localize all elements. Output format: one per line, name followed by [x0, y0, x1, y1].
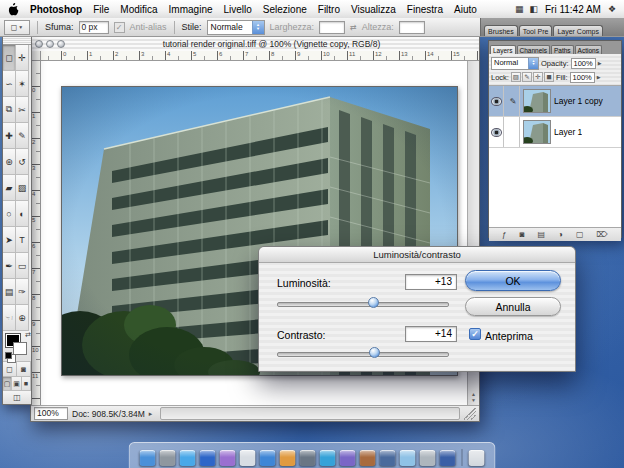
zoom-tool[interactable]: ⊕ — [16, 305, 29, 331]
dialog-title[interactable]: Luminosità/contrasto — [259, 247, 575, 263]
dock-app-9[interactable] — [300, 450, 316, 466]
caret-icon[interactable]: ▶ — [597, 74, 601, 80]
crop-tool[interactable]: ⧉ — [3, 97, 16, 123]
contrast-input[interactable]: +14 — [405, 326, 457, 342]
opacity-field[interactable]: 100% — [571, 58, 596, 69]
adjustment-layer-icon[interactable]: ◑ — [558, 230, 563, 239]
dock-app-5[interactable] — [220, 450, 236, 466]
layer-row[interactable]: ✎Layer 1 copy — [489, 86, 621, 117]
menu-filtro[interactable]: Filtro — [318, 4, 340, 15]
tab-actions[interactable]: Actions — [575, 45, 602, 54]
menu-extra-right-icon[interactable]: ❖ — [608, 4, 616, 14]
menu-extra-icon-1[interactable]: ▦ — [515, 4, 524, 14]
menu-modifica[interactable]: Modifica — [120, 4, 157, 15]
notes-tool[interactable]: ▤ — [3, 279, 16, 305]
eyedropper-tool[interactable]: ✑ — [16, 279, 29, 305]
rectangular-marquee-tool[interactable]: ◻ — [3, 45, 16, 71]
fullscreen-menubar-button[interactable]: ▣ — [12, 377, 21, 390]
dock-app-4[interactable] — [200, 450, 216, 466]
imageready-button[interactable]: ◫ — [3, 391, 31, 404]
dock-app-7[interactable] — [260, 450, 276, 466]
magic-wand-tool[interactable]: ✶ — [16, 71, 29, 97]
eraser-tool[interactable]: ▰ — [3, 175, 16, 201]
well-tab-brushes[interactable]: Brushes — [484, 25, 518, 36]
tab-channels[interactable]: Channels — [517, 45, 550, 54]
menu-clock[interactable]: Fri 11:42 AM — [545, 4, 601, 15]
zoom-button[interactable] — [57, 40, 65, 48]
layer-row[interactable]: Layer 1 — [489, 117, 621, 148]
menu-extra-icon-2[interactable]: ◧ — [529, 4, 538, 14]
dock-app-3[interactable] — [180, 450, 196, 466]
menu-aiuto[interactable]: Aiuto — [454, 4, 477, 15]
dodge-tool[interactable]: ◐ — [16, 201, 29, 227]
healing-brush-tool[interactable]: ✚ — [3, 123, 16, 149]
background-color-swatch[interactable] — [13, 342, 27, 355]
dock-app-16[interactable] — [440, 450, 456, 466]
menu-file[interactable]: File — [93, 4, 109, 15]
swap-dimensions-icon[interactable]: ⇄ — [350, 23, 357, 32]
lock-all-icon[interactable]: ◼ — [544, 72, 554, 82]
standard-mode-button[interactable]: ◻ — [3, 362, 17, 376]
contrast-slider[interactable] — [277, 347, 449, 359]
dock-app-8[interactable] — [280, 450, 296, 466]
visibility-toggle[interactable] — [489, 86, 504, 116]
dock-app-1[interactable] — [140, 450, 156, 466]
scroll-down-icon[interactable]: ▼ — [471, 397, 476, 403]
apple-menu[interactable] — [8, 3, 19, 16]
dock-trash[interactable] — [469, 450, 485, 466]
dock-app-15[interactable] — [420, 450, 436, 466]
layer-style-icon[interactable]: ƒ — [502, 230, 506, 239]
status-popup-arrow-icon[interactable]: ▸ — [149, 410, 153, 418]
clone-stamp-tool[interactable]: ⊛ — [3, 149, 16, 175]
lock-transparency-icon[interactable]: ▨ — [511, 72, 521, 82]
close-button[interactable] — [35, 40, 43, 48]
default-colors-icon[interactable] — [5, 352, 12, 359]
tool-preset-picker[interactable]: ◻▼ — [4, 20, 30, 35]
horizontal-scrollbar[interactable] — [160, 407, 460, 420]
quick-mask-mode-button[interactable]: ◙ — [17, 362, 31, 376]
toolbox-titlebar[interactable] — [3, 37, 31, 45]
tab-paths[interactable]: Paths — [551, 45, 574, 54]
lasso-tool[interactable]: ∽ — [3, 71, 16, 97]
zoom-level-field[interactable]: 100% — [34, 407, 68, 420]
dock-app-14[interactable] — [400, 450, 416, 466]
well-tab-tool-pre[interactable]: Tool Pre — [519, 25, 553, 36]
cancel-button[interactable]: Annulla — [465, 297, 561, 316]
brightness-input[interactable]: +13 — [405, 274, 457, 290]
ok-button[interactable]: OK — [465, 270, 561, 291]
menu-livello[interactable]: Livello — [224, 4, 252, 15]
menu-immagine[interactable]: Immagine — [169, 4, 213, 15]
fill-field[interactable]: 100% — [570, 72, 595, 83]
blur-tool[interactable]: ○ — [3, 201, 16, 227]
visibility-toggle[interactable] — [489, 117, 504, 147]
document-titlebar[interactable]: tutorial render original.tiff @ 100% (Vi… — [31, 37, 479, 52]
caret-icon[interactable]: ▶ — [598, 60, 602, 66]
type-tool[interactable]: T — [16, 227, 29, 253]
new-layer-icon[interactable]: ▢ — [576, 230, 584, 239]
dock-app-6[interactable] — [240, 450, 256, 466]
slice-tool[interactable]: ✂ — [16, 97, 29, 123]
minimize-button[interactable] — [46, 40, 54, 48]
brush-tool[interactable]: ✎ — [16, 123, 29, 149]
blend-mode-dropdown[interactable]: Normal▲▼ — [491, 57, 539, 70]
dock-app-11[interactable] — [340, 450, 356, 466]
fullscreen-button[interactable]: ■ — [22, 377, 31, 390]
layer-mask-icon[interactable]: ◙ — [520, 230, 525, 239]
slider-thumb[interactable] — [369, 347, 380, 358]
menu-selezione[interactable]: Selezione — [263, 4, 307, 15]
feather-input[interactable]: 0 px — [79, 21, 109, 34]
menu-visualizza[interactable]: Visualizza — [351, 4, 396, 15]
style-dropdown[interactable]: Normale▲▼ — [207, 20, 265, 35]
dock-app-10[interactable] — [320, 450, 336, 466]
antialias-checkbox[interactable]: ✓ — [114, 22, 125, 33]
lock-pixels-icon[interactable]: ✎ — [522, 72, 532, 82]
dock-app-13[interactable] — [380, 450, 396, 466]
lock-position-icon[interactable]: ✛ — [533, 72, 543, 82]
layer-set-icon[interactable]: ▤ — [537, 230, 545, 239]
history-brush-tool[interactable]: ↺ — [16, 149, 29, 175]
brightness-slider[interactable] — [277, 297, 449, 309]
swap-colors-icon[interactable]: ⇄ — [25, 331, 31, 339]
shape-tool[interactable]: ▭ — [16, 253, 29, 279]
well-tab-layer-comps[interactable]: Layer Comps — [553, 25, 603, 36]
pen-tool[interactable]: ✒ — [3, 253, 16, 279]
